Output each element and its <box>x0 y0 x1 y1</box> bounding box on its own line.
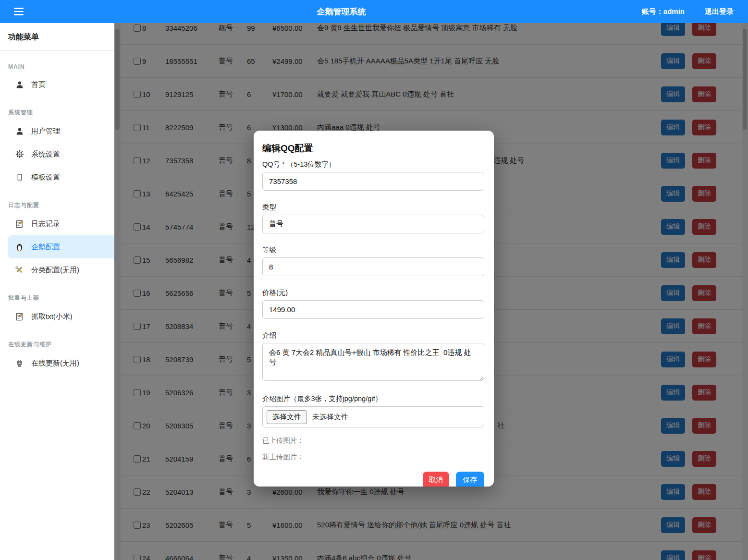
robot-icon <box>15 359 24 368</box>
sidebar-item-label: 抓取txt(小米) <box>31 312 73 321</box>
penguin-icon <box>15 243 24 252</box>
hamburger-menu-icon[interactable] <box>14 8 24 15</box>
sidebar-section-label: MAIN <box>0 51 114 73</box>
cancel-button[interactable]: 取消 <box>423 472 449 487</box>
sidebar-item-[interactable]: 首页 <box>0 73 114 96</box>
type-input[interactable] <box>262 215 484 233</box>
sidebar-item-txt[interactable]: 抓取txt(小米) <box>0 305 114 328</box>
sidebar-section-label: 在线更新与维护 <box>0 328 114 352</box>
top-header: 企鹅管理系统 账号：admin 退出登录 <box>0 0 748 23</box>
sidebar-item-label: 在线更新(无用) <box>31 359 79 368</box>
level-label: 等级 <box>262 245 484 255</box>
tools-icon <box>15 266 24 275</box>
choose-file-button[interactable]: 选择文件 <box>267 410 307 424</box>
save-button[interactable]: 保存 <box>456 472 484 487</box>
sidebar-item-label: 首页 <box>31 80 46 89</box>
sidebar-item-label: 用户管理 <box>31 127 60 136</box>
app-title: 企鹅管理系统 <box>317 6 366 17</box>
intro-textarea[interactable]: 会6 黄 7大会2 精品真山号+假山 市场稀有 性价比之王 0违规 处号 <box>262 343 484 381</box>
sidebar-item-[interactable]: 用户管理 <box>0 120 114 143</box>
type-label: 类型 <box>262 203 484 212</box>
account-label: 账号：admin <box>642 7 685 16</box>
sidebar-item-[interactable]: 系统设置 <box>0 143 114 166</box>
template-icon <box>15 173 24 182</box>
modal-title: 编辑QQ配置 <box>262 142 484 155</box>
memo-icon <box>15 312 24 321</box>
sidebar-item-label: 日志记录 <box>31 219 60 229</box>
sidebar: 功能菜单 MAIN首页系统管理用户管理系统设置模板设置日志与配置日志记录企鹅配置… <box>0 23 114 560</box>
qq-number-label: QQ号 * （5-13位数字） <box>262 160 484 169</box>
sidebar-item-label: 系统设置 <box>31 150 60 159</box>
gear-icon <box>15 150 24 159</box>
sidebar-item-[interactable]: 企鹅配置 <box>8 235 114 258</box>
sidebar-item-[interactable]: 在线更新(无用) <box>0 352 114 375</box>
sidebar-section-label: 系统管理 <box>0 96 114 120</box>
sidebar-item-[interactable]: 日志记录 <box>0 212 114 235</box>
sidebar-item-label: 分类配置(无用) <box>31 266 79 275</box>
edit-qq-config-modal: 编辑QQ配置 QQ号 * （5-13位数字） 类型 等级 价格(元) 介绍 会6… <box>254 131 494 487</box>
level-input[interactable] <box>262 257 484 276</box>
sidebar-section-label: 批量与上架 <box>0 281 114 305</box>
sidebar-item-label: 模板设置 <box>31 173 60 182</box>
no-file-text: 未选择文件 <box>312 413 348 422</box>
home-icon <box>15 80 24 89</box>
sidebar-item-[interactable]: 分类配置(无用) <box>0 258 114 281</box>
price-input[interactable] <box>262 300 484 319</box>
new-upload-images-label: 新上传图片： <box>262 452 484 462</box>
intro-images-label: 介绍图片（最多3张，支持jpg/png/gif） <box>262 394 484 403</box>
price-label: 价格(元) <box>262 288 484 297</box>
user-icon <box>15 127 24 136</box>
uploaded-images-label: 已上传图片： <box>262 436 484 445</box>
sidebar-item-label: 企鹅配置 <box>31 243 60 252</box>
intro-label: 介绍 <box>262 331 484 340</box>
sidebar-title: 功能菜单 <box>0 23 114 50</box>
qq-number-input[interactable] <box>262 172 484 191</box>
file-input[interactable]: 选择文件 未选择文件 <box>262 406 484 427</box>
memo-icon <box>15 219 24 229</box>
sidebar-section-label: 日志与配置 <box>0 189 114 212</box>
sidebar-item-[interactable]: 模板设置 <box>0 166 114 189</box>
logout-button[interactable]: 退出登录 <box>705 7 734 16</box>
